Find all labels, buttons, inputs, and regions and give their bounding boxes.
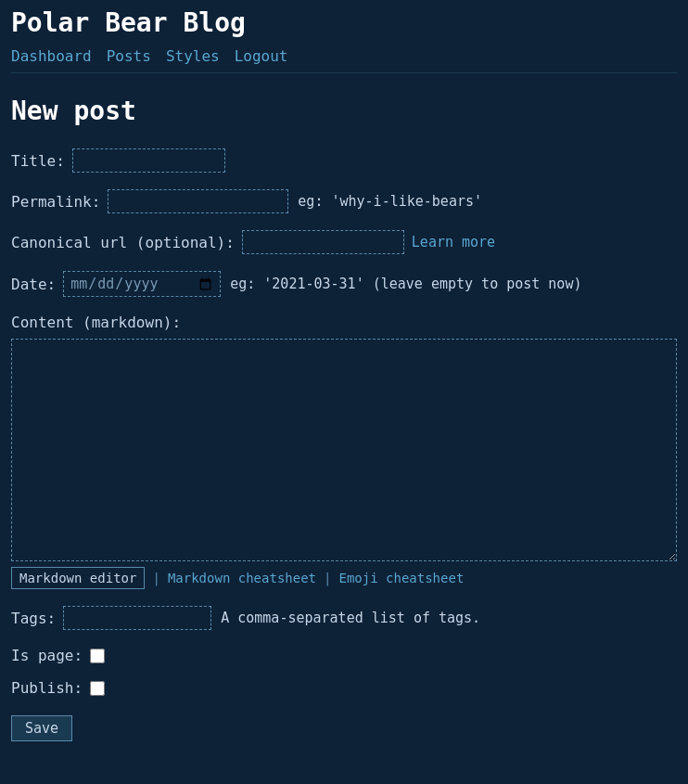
is-page-row: Is page: xyxy=(11,647,677,664)
learn-more-link[interactable]: Learn more xyxy=(412,234,495,251)
nav-dashboard[interactable]: Dashboard xyxy=(11,47,92,65)
date-label: Date: xyxy=(11,276,56,293)
title-row: Title: xyxy=(11,148,677,173)
nav-posts[interactable]: Posts xyxy=(107,47,151,65)
markdown-editor-button[interactable]: Markdown editor xyxy=(11,567,145,589)
content-label: Content (markdown): xyxy=(11,314,677,331)
is-page-label: Is page: xyxy=(11,647,83,664)
page-heading: New post xyxy=(11,96,677,126)
date-input[interactable] xyxy=(63,271,221,297)
permalink-label: Permalink: xyxy=(11,193,100,211)
save-button[interactable]: Save xyxy=(11,715,72,741)
nav-styles[interactable]: Styles xyxy=(166,47,220,65)
separator-2: | xyxy=(324,571,331,585)
nav-logout[interactable]: Logout xyxy=(235,47,288,65)
content-section: Content (markdown): xyxy=(11,314,677,561)
publish-row: Publish: xyxy=(11,679,677,697)
canonical-input[interactable] xyxy=(242,230,404,254)
separator-1: | xyxy=(152,571,159,585)
emoji-cheatsheet-link[interactable]: Emoji cheatsheet xyxy=(338,571,464,585)
permalink-hint: eg: 'why-i-like-bears' xyxy=(298,193,482,210)
editor-tools: Markdown editor | Markdown cheatsheet | … xyxy=(11,567,677,589)
tags-hint: A comma-separated list of tags. xyxy=(221,610,480,626)
nav: Dashboard Posts Styles Logout xyxy=(11,47,677,73)
canonical-label: Canonical url (optional): xyxy=(11,234,235,251)
publish-label: Publish: xyxy=(11,679,83,697)
markdown-cheatsheet-link[interactable]: Markdown cheatsheet xyxy=(168,571,316,585)
content-textarea[interactable] xyxy=(11,339,677,561)
date-hint: eg: '2021-03-31' (leave empty to post no… xyxy=(230,276,581,292)
tags-input[interactable] xyxy=(63,606,211,630)
permalink-input[interactable] xyxy=(108,189,288,213)
is-page-checkbox[interactable] xyxy=(90,649,105,663)
title-label: Title: xyxy=(11,152,65,170)
site-title: Polar Bear Blog xyxy=(11,7,677,38)
canonical-row: Canonical url (optional): Learn more xyxy=(11,230,677,254)
publish-checkbox[interactable] xyxy=(90,681,105,696)
tags-row: Tags: A comma-separated list of tags. xyxy=(11,606,677,630)
tags-label: Tags: xyxy=(11,610,56,627)
title-input[interactable] xyxy=(72,148,225,173)
permalink-row: Permalink: eg: 'why-i-like-bears' xyxy=(11,189,677,213)
date-row: Date: eg: '2021-03-31' (leave empty to p… xyxy=(11,271,677,297)
